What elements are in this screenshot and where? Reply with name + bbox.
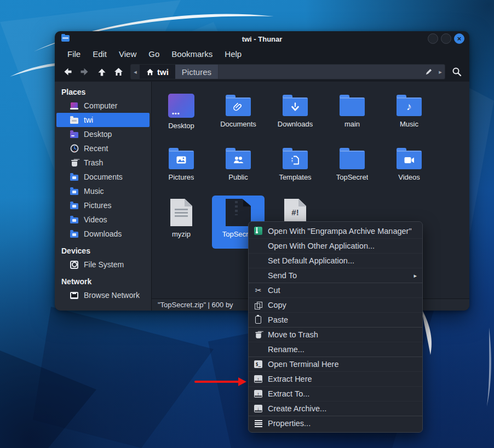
sidebar-item-file-system[interactable]: File System xyxy=(56,257,150,272)
file-pictures[interactable]: Pictures xyxy=(153,142,210,196)
sidebar: Places Computer twi Desktop xyxy=(55,82,152,311)
home-icon xyxy=(146,68,154,76)
sidebar-item-desktop[interactable]: Desktop xyxy=(56,127,150,141)
menu-item-create-archive[interactable]: ↓ Create Archive... xyxy=(249,401,422,416)
paperclip-icon xyxy=(233,102,244,111)
documents-folder-icon xyxy=(226,97,251,116)
path-entry-area[interactable] xyxy=(219,65,422,79)
computer-icon xyxy=(70,101,79,111)
sidebar-header-network: Network xyxy=(55,275,151,288)
templates-folder-icon xyxy=(283,151,308,169)
minimize-button[interactable] xyxy=(428,33,438,44)
menu-item-open-with-engrampa[interactable]: Open With "Engrampa Archive Manager" xyxy=(249,223,422,238)
annotation-arrow-head xyxy=(238,377,246,386)
drive-icon xyxy=(70,260,79,269)
image-icon xyxy=(176,156,186,164)
titlebar[interactable]: twi - Thunar × xyxy=(55,31,469,47)
file-documents[interactable]: Documents xyxy=(210,89,267,142)
menu-view[interactable]: View xyxy=(113,47,142,62)
sidebar-item-downloads[interactable]: Downloads xyxy=(56,227,150,241)
path-scroll-left-button[interactable]: ◂ xyxy=(131,65,140,79)
menu-item-move-to-trash[interactable]: Move to Trash xyxy=(249,327,422,342)
downloads-folder-icon xyxy=(70,229,79,239)
file-desktop[interactable]: ••• Desktop xyxy=(153,89,210,142)
sidebar-item-trash[interactable]: Trash xyxy=(56,156,150,170)
menu-item-extract-to[interactable]: ↑ Extract To... xyxy=(249,386,422,401)
music-folder-icon: ♪ xyxy=(397,97,422,116)
context-menu: Open With "Engrampa Archive Manager" Ope… xyxy=(248,221,423,433)
terminal-icon: $_ xyxy=(254,360,263,369)
video-camera-icon xyxy=(404,157,415,164)
home-icon xyxy=(114,67,123,76)
back-icon xyxy=(63,67,72,76)
videos-folder-icon xyxy=(70,215,79,225)
annotation-arrow xyxy=(194,377,247,386)
menu-item-extract-here[interactable]: ↑ Extract Here xyxy=(249,371,422,386)
menubar: File Edit View Go Bookmarks Help xyxy=(55,47,469,62)
text-file-icon xyxy=(170,199,192,226)
path-segment-home[interactable]: twi xyxy=(140,65,175,79)
path-scroll-right-button[interactable]: ▸ xyxy=(436,65,445,79)
menu-item-rename[interactable]: Rename... xyxy=(249,342,422,357)
path-segment-label: Pictures xyxy=(182,67,211,77)
download-arrow-icon xyxy=(291,102,300,111)
sidebar-item-music[interactable]: Music xyxy=(56,184,150,198)
menu-item-open-with-other[interactable]: Open With Other Application... xyxy=(249,238,422,253)
menu-item-paste[interactable]: Paste xyxy=(249,312,422,327)
videos-folder-icon xyxy=(397,151,422,169)
status-text: "TopSecret.zip" | 600 by xyxy=(158,301,233,309)
toolbar: ◂ twi Pictures ▸ xyxy=(55,62,469,82)
menu-file[interactable]: File xyxy=(61,47,87,62)
sidebar-item-browse-network[interactable]: Browse Network xyxy=(56,288,150,302)
forward-button[interactable] xyxy=(77,64,93,79)
downloads-folder-icon xyxy=(283,97,308,116)
music-note-icon: ♪ xyxy=(406,101,412,113)
copy-icon xyxy=(254,301,263,310)
close-button[interactable]: × xyxy=(454,33,464,44)
file-music[interactable]: ♪ Music xyxy=(381,89,438,142)
search-button[interactable] xyxy=(449,64,464,79)
menu-item-send-to[interactable]: Send To ▸ xyxy=(249,268,422,283)
menu-item-set-default-application[interactable]: Set Default Application... xyxy=(249,253,422,268)
sidebar-item-pictures[interactable]: Pictures xyxy=(56,198,150,212)
trash-icon xyxy=(70,158,79,168)
menu-edit[interactable]: Edit xyxy=(87,47,113,62)
plain-folder-icon xyxy=(340,151,365,169)
pictures-folder-icon xyxy=(169,151,194,169)
file-downloads[interactable]: Downloads xyxy=(267,89,324,142)
menu-help[interactable]: Help xyxy=(219,47,248,62)
file-topsecret-folder[interactable]: TopSecret xyxy=(324,142,381,196)
home-folder-icon xyxy=(70,116,79,125)
menu-item-cut[interactable]: ✂ Cut xyxy=(249,283,422,297)
music-folder-icon xyxy=(70,187,79,196)
create-archive-icon: ↓ xyxy=(254,404,263,413)
path-bar: ◂ twi Pictures ▸ xyxy=(130,64,445,79)
up-button[interactable] xyxy=(94,64,110,79)
cut-icon: ✂ xyxy=(254,286,263,295)
back-button[interactable] xyxy=(60,64,76,79)
home-button[interactable] xyxy=(111,64,127,79)
menu-item-properties[interactable]: Properties... xyxy=(249,416,422,430)
people-icon xyxy=(233,156,244,164)
submenu-arrow-icon: ▸ xyxy=(413,272,417,279)
path-segment-pictures[interactable]: Pictures xyxy=(175,65,219,79)
sidebar-item-recent[interactable]: Recent xyxy=(56,141,150,156)
file-public[interactable]: Public xyxy=(210,142,267,196)
file-main[interactable]: main xyxy=(324,89,381,142)
file-myzip[interactable]: myzip xyxy=(153,196,210,249)
menu-go[interactable]: Go xyxy=(142,47,165,62)
sidebar-item-twi[interactable]: twi xyxy=(56,113,150,127)
sidebar-item-documents[interactable]: Documents xyxy=(56,170,150,184)
menu-item-copy[interactable]: Copy xyxy=(249,297,422,312)
menu-bookmarks[interactable]: Bookmarks xyxy=(165,47,219,62)
recent-clock-icon xyxy=(70,144,79,153)
file-videos[interactable]: Videos xyxy=(381,142,438,196)
window-title: twi - Thunar xyxy=(55,35,469,43)
path-edit-button[interactable] xyxy=(422,65,436,79)
sidebar-item-videos[interactable]: Videos xyxy=(56,212,150,227)
file-templates[interactable]: Templates xyxy=(267,142,324,196)
pencil-icon xyxy=(425,68,433,76)
sidebar-item-computer[interactable]: Computer xyxy=(56,99,150,113)
menu-item-open-terminal-here[interactable]: $_ Open Terminal Here xyxy=(249,357,422,371)
maximize-button[interactable] xyxy=(441,33,451,44)
